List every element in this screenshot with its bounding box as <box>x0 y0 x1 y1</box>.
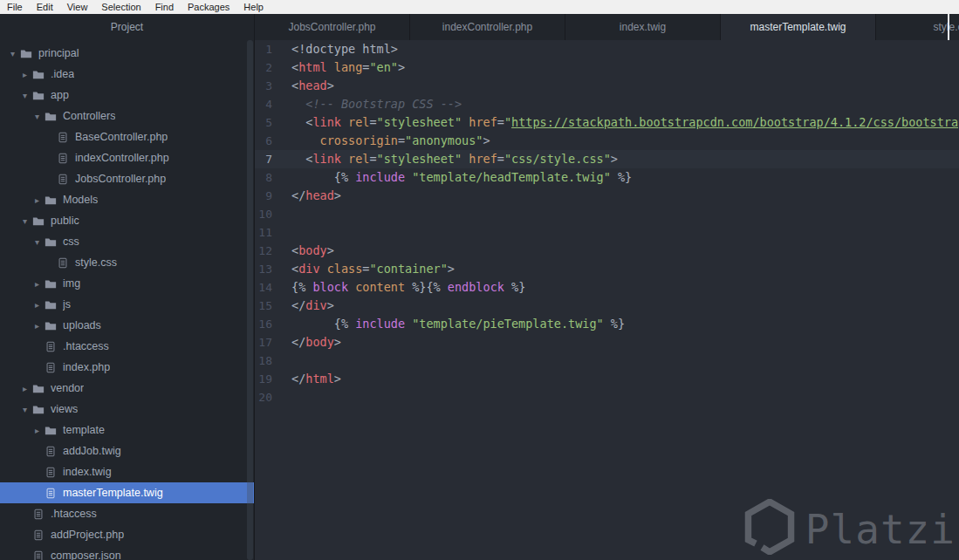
chevron-right-icon[interactable]: ▸ <box>31 426 43 435</box>
tab-indexcontroller-php[interactable]: indexController.php <box>410 14 565 40</box>
line-number: 8 <box>255 168 272 187</box>
chevron-down-icon[interactable]: ▾ <box>19 91 31 100</box>
tab-style-css[interactable]: style.css <box>876 14 959 40</box>
code-line-10[interactable]: 10 <box>255 205 959 223</box>
tab-separator <box>948 14 949 40</box>
sidebar-scrollbar[interactable] <box>247 40 253 560</box>
code-line-14[interactable]: 14{% block content %}{% endblock %} <box>255 278 959 297</box>
tree-item-label: app <box>51 89 69 101</box>
chevron-right-icon[interactable]: ▸ <box>31 195 43 205</box>
code-text: <div class="container"> <box>272 260 455 278</box>
chevron-right-icon[interactable]: ▸ <box>19 384 31 393</box>
chevron-down-icon[interactable]: ▾ <box>31 237 43 247</box>
code-line-8[interactable]: 8 {% include "template/headTemplate.twig… <box>255 168 959 187</box>
tree-item-indexcontroller-php[interactable]: indexController.php <box>0 147 254 168</box>
editor[interactable]: 1<!doctype html>2<html lang="en">3<head>… <box>255 40 959 560</box>
line-number: 7 <box>255 150 272 168</box>
tree-item-vendor[interactable]: ▸vendor <box>0 378 254 399</box>
tree-item-basecontroller-php[interactable]: BaseController.php <box>0 126 254 147</box>
code-line-5[interactable]: 5 <link rel="stylesheet" href="https://s… <box>255 113 959 132</box>
tree-item-label: masterTemplate.twig <box>63 487 163 499</box>
tree-item-app[interactable]: ▾app <box>0 85 254 106</box>
file-icon <box>57 152 70 164</box>
tree-item-index-php[interactable]: index.php <box>0 357 254 378</box>
watermark-text: Platzi <box>805 503 956 556</box>
tab-mastertemplate-twig[interactable]: masterTemplate.twig <box>721 14 876 40</box>
tab-label: masterTemplate.twig <box>750 21 846 33</box>
code-line-15[interactable]: 15</div> <box>255 297 959 315</box>
menu-item-help[interactable]: Help <box>236 1 271 13</box>
tree-item-label: index.php <box>63 361 110 373</box>
tree-item-models[interactable]: ▸Models <box>0 189 254 210</box>
tree-item-addproject-php[interactable]: addProject.php <box>0 524 254 545</box>
code-line-18[interactable]: 18 <box>255 352 959 370</box>
tree-item-style-css[interactable]: style.css <box>0 252 254 273</box>
chevron-down-icon[interactable]: ▾ <box>19 216 31 226</box>
code-line-11[interactable]: 11 <box>255 223 959 242</box>
code-line-19[interactable]: 19</html> <box>255 370 959 388</box>
menu-item-edit[interactable]: Edit <box>30 1 60 13</box>
code-text: <body> <box>272 242 334 260</box>
tree-item-css[interactable]: ▾css <box>0 231 254 252</box>
chevron-right-icon[interactable]: ▸ <box>31 300 43 310</box>
chevron-right-icon[interactable]: ▸ <box>31 321 43 331</box>
file-icon <box>57 256 70 269</box>
tab-index-twig[interactable]: index.twig <box>565 14 721 40</box>
chevron-down-icon[interactable]: ▾ <box>19 405 31 414</box>
code-text <box>272 388 291 406</box>
code-line-13[interactable]: 13<div class="container"> <box>255 260 959 278</box>
code-line-20[interactable]: 20 <box>255 388 959 406</box>
file-icon <box>45 466 58 478</box>
chevron-down-icon[interactable]: ▾ <box>31 112 43 121</box>
tree-item-jobscontroller-php[interactable]: JobsController.php <box>0 168 254 189</box>
tab-jobscontroller-php[interactable]: JobsController.php <box>255 14 410 40</box>
menu-item-find[interactable]: Find <box>148 1 181 13</box>
code-line-6[interactable]: 6 crossorigin="anonymous"> <box>255 132 959 150</box>
tree-item-img[interactable]: ▸img <box>0 273 254 294</box>
tree-item-index-twig[interactable]: index.twig <box>0 461 254 482</box>
chevron-down-icon[interactable]: ▾ <box>7 49 18 58</box>
tree-item-label: JobsController.php <box>75 173 166 185</box>
code-line-4[interactable]: 4 <!-- Bootstrap CSS --> <box>255 95 959 113</box>
tree-item-label: addJob.twig <box>63 445 121 457</box>
chevron-right-icon[interactable]: ▸ <box>31 279 43 289</box>
menu-item-selection[interactable]: Selection <box>94 1 147 13</box>
watermark: Platzi <box>744 499 956 560</box>
folder-icon <box>45 277 58 290</box>
file-icon <box>32 550 45 560</box>
tree-item-label: index.twig <box>63 466 112 478</box>
tree-item-htaccess[interactable]: .htaccess <box>0 336 254 357</box>
tree-item-idea[interactable]: ▸.idea <box>0 64 254 85</box>
tree-item-composer-json[interactable]: composer.json <box>0 545 254 560</box>
tree-item-views[interactable]: ▾views <box>0 399 254 420</box>
tree-item-htaccess[interactable]: .htaccess <box>0 503 254 524</box>
file-tree: ▾principal▸.idea▾app▾ControllersBaseCont… <box>0 40 254 560</box>
tree-item-template[interactable]: ▸template <box>0 420 254 440</box>
menu-item-view[interactable]: View <box>60 1 95 13</box>
code-line-17[interactable]: 17</body> <box>255 333 959 352</box>
chevron-right-icon[interactable]: ▸ <box>19 70 31 79</box>
main-area: ▾principal▸.idea▾app▾ControllersBaseCont… <box>0 40 959 560</box>
line-number: 14 <box>255 278 272 297</box>
code-line-12[interactable]: 12<body> <box>255 242 959 260</box>
tree-item-uploads[interactable]: ▸uploads <box>0 315 254 336</box>
tree-item-js[interactable]: ▸js <box>0 294 254 315</box>
code-line-7[interactable]: 7 <link rel="stylesheet" href="css/style… <box>255 150 959 168</box>
file-icon <box>45 361 58 373</box>
tree-item-principal[interactable]: ▾principal <box>0 43 254 64</box>
tree-item-mastertemplate-twig[interactable]: masterTemplate.twig <box>0 482 254 503</box>
line-number: 2 <box>255 58 272 77</box>
tab-label: indexController.php <box>442 21 532 33</box>
tree-item-addjob-twig[interactable]: addJob.twig <box>0 440 254 461</box>
menu-item-file[interactable]: File <box>0 1 30 13</box>
code-line-16[interactable]: 16 {% include "template/pieTemplate.twig… <box>255 315 959 333</box>
code-line-3[interactable]: 3<head> <box>255 77 959 95</box>
folder-icon <box>45 319 58 331</box>
code-line-2[interactable]: 2<html lang="en"> <box>255 58 959 77</box>
code-line-9[interactable]: 9</head> <box>255 187 959 205</box>
menu-item-packages[interactable]: Packages <box>181 1 236 13</box>
tree-item-public[interactable]: ▾public <box>0 210 254 231</box>
code-line-1[interactable]: 1<!doctype html> <box>255 40 959 58</box>
code-text: <link rel="stylesheet" href="css/style.c… <box>272 150 618 168</box>
tree-item-controllers[interactable]: ▾Controllers <box>0 106 254 126</box>
